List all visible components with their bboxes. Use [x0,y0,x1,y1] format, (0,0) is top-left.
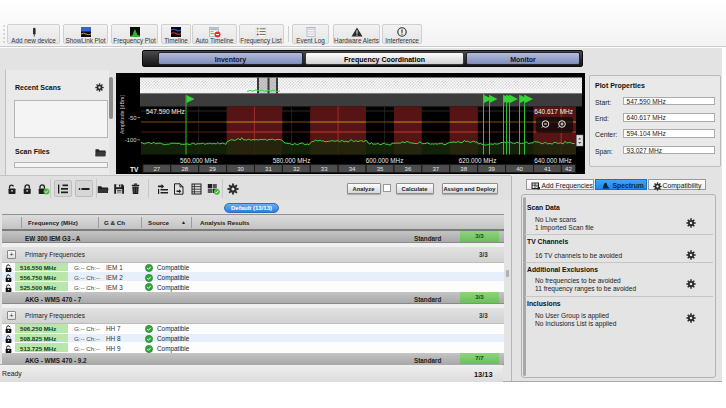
svg-text:39: 39 [488,166,495,172]
svg-text:-50: -50 [128,115,136,121]
svg-text:34: 34 [349,166,356,172]
svg-text:640.000 MHz: 640.000 MHz [534,157,571,164]
svg-text:600.000 MHz: 600.000 MHz [366,157,403,164]
svg-text:36: 36 [405,166,412,172]
svg-text:TV: TV [130,166,139,173]
svg-text:28: 28 [181,166,188,172]
svg-text:560.000 MHz: 560.000 MHz [180,157,217,164]
svg-text:29: 29 [209,166,216,172]
svg-text:35: 35 [377,166,384,172]
svg-text:38: 38 [460,166,467,172]
svg-text:580.000 MHz: 580.000 MHz [273,157,310,164]
svg-text:37: 37 [432,166,439,172]
svg-text:40: 40 [516,166,523,172]
svg-text:Amplitude [dBm]: Amplitude [dBm] [119,95,125,134]
svg-text:32: 32 [293,166,300,172]
svg-text:31: 31 [265,166,272,172]
svg-text:27: 27 [153,166,160,172]
svg-text:-100: -100 [125,137,137,143]
svg-text:547.590 MHz: 547.590 MHz [146,108,185,115]
svg-text:620.000 MHz: 620.000 MHz [459,157,496,164]
svg-text:41: 41 [544,166,551,172]
svg-text:42: 42 [565,166,572,172]
svg-text:33: 33 [321,166,328,172]
svg-text:640.617 MHz: 640.617 MHz [534,108,573,115]
svg-text:30: 30 [237,166,244,172]
